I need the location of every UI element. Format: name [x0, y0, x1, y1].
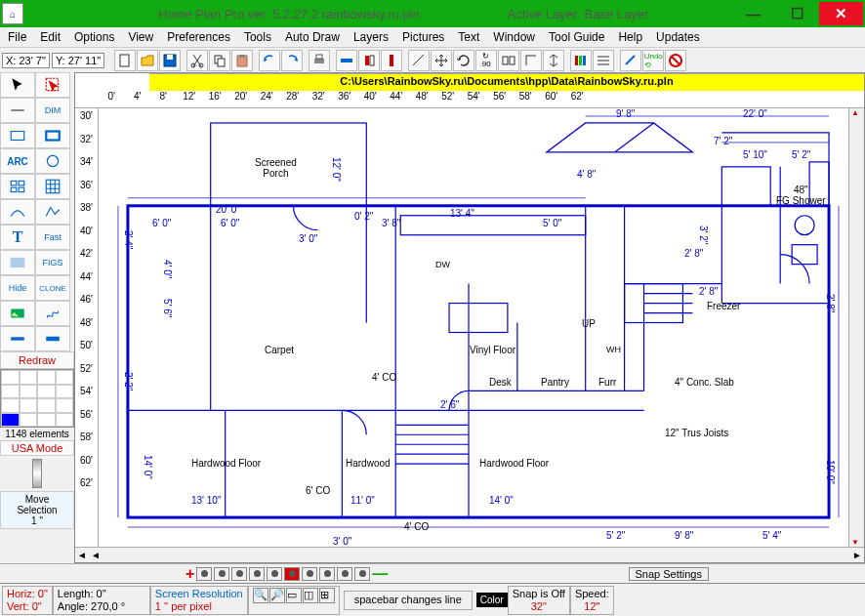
snap-plus[interactable]: +	[185, 565, 194, 583]
redraw-button[interactable]: Redraw	[0, 351, 74, 369]
tool-b[interactable]	[358, 50, 380, 71]
element-count: 1148 elements	[0, 428, 74, 440]
close-button[interactable]: ✕	[819, 2, 863, 25]
move-tool[interactable]	[431, 50, 452, 71]
horizontal-scrollbar[interactable]: ◄◄ ►	[75, 547, 864, 562]
menu-layers[interactable]: Layers	[353, 30, 389, 44]
cut-button[interactable]	[186, 50, 208, 71]
svg-point-3	[191, 63, 195, 67]
snap-10[interactable]	[354, 567, 370, 581]
snap-settings-button[interactable]: Snap Settings	[629, 567, 710, 581]
rotate-tool[interactable]	[453, 50, 474, 71]
text-tool[interactable]: T	[0, 225, 35, 250]
snap-8[interactable]	[319, 567, 335, 581]
menu-pictures[interactable]: Pictures	[402, 30, 444, 44]
snap-minus[interactable]: —	[372, 565, 388, 583]
grid-tool-b[interactable]	[35, 174, 70, 199]
open-button[interactable]	[137, 50, 158, 71]
polyline-tool[interactable]	[35, 199, 70, 225]
snap-9[interactable]	[337, 567, 352, 581]
dim-60b: 6' 0"	[221, 218, 239, 228]
menu-updates[interactable]: Updates	[656, 30, 700, 44]
circle-tool[interactable]	[35, 148, 70, 174]
grid-tool-a[interactable]	[0, 174, 35, 199]
dim-tool[interactable]: DIM	[35, 98, 70, 123]
menu-view[interactable]: View	[128, 30, 153, 44]
tool-f[interactable]	[520, 50, 542, 71]
fast-tool[interactable]: Fast	[35, 225, 70, 250]
vertical-scrollbar[interactable]	[848, 108, 864, 547]
maximize-button[interactable]: ☐	[775, 2, 819, 25]
menu-toolguide[interactable]: Tool Guide	[549, 30, 604, 44]
rect-tool[interactable]	[0, 123, 35, 148]
snap-4[interactable]	[249, 567, 265, 581]
zoom-out[interactable]: 🔎	[269, 588, 285, 603]
palette-tool[interactable]	[570, 50, 592, 71]
menu-window[interactable]: Window	[493, 30, 535, 44]
snap-3[interactable]	[231, 567, 247, 581]
scale-slider[interactable]	[32, 459, 42, 488]
paste-button[interactable]	[231, 50, 253, 71]
menu-edit[interactable]: Edit	[40, 30, 61, 44]
rotate90-tool[interactable]: ↻90	[475, 50, 497, 71]
zoom-in[interactable]: 🔍	[253, 588, 268, 603]
line-plain-tool[interactable]	[0, 326, 35, 351]
status-speed[interactable]: Speed: 12"	[570, 586, 614, 615]
floorplan-canvas[interactable]: Screened Porch Carpet Vinyl Floor Desk P…	[99, 108, 848, 547]
redo-button[interactable]	[281, 50, 303, 71]
color-button[interactable]: Color	[476, 593, 508, 607]
fill-tool[interactable]	[0, 250, 35, 275]
dim-28a: 2' 8"	[699, 286, 718, 297]
clone-tool[interactable]: CLONE	[35, 275, 70, 301]
menu-text[interactable]: Text	[458, 30, 479, 44]
snap-7[interactable]	[302, 567, 317, 581]
dim-30: 3' 0"	[299, 233, 317, 244]
tool-d[interactable]	[408, 50, 430, 71]
line-tool[interactable]	[0, 98, 35, 123]
image-tool[interactable]	[0, 301, 35, 326]
minimize-button[interactable]: ―	[731, 2, 775, 25]
copy-button[interactable]	[209, 50, 230, 71]
dim-140a: 14' 0"	[143, 455, 153, 479]
tool-g[interactable]	[543, 50, 564, 71]
dim-120: 12' 0"	[331, 157, 342, 182]
snap-2[interactable]	[214, 567, 229, 581]
select-arrow-tool[interactable]	[0, 72, 35, 98]
tool-e[interactable]	[498, 50, 519, 71]
menu-help[interactable]: Help	[618, 30, 642, 44]
tool-a[interactable]	[336, 50, 357, 71]
save-button[interactable]	[159, 50, 181, 71]
zoom-all[interactable]: ⊞	[319, 588, 335, 603]
line-style-tool[interactable]	[593, 50, 614, 71]
menu-autodraw[interactable]: Auto Draw	[285, 30, 340, 44]
select-box-tool[interactable]	[35, 72, 70, 98]
move-selection-button[interactable]: Move Selection 1 "	[0, 491, 74, 529]
rect-fill-tool[interactable]	[35, 123, 70, 148]
freehand-tool[interactable]	[35, 301, 70, 326]
tool-c[interactable]	[381, 50, 402, 71]
curve-tool[interactable]	[0, 199, 35, 225]
status-snap[interactable]: Snap is Off 32"	[508, 586, 570, 615]
hide-tool[interactable]: Hide	[0, 275, 35, 301]
menu-file[interactable]: File	[8, 30, 26, 44]
menu-tools[interactable]: Tools	[244, 30, 271, 44]
menu-options[interactable]: Options	[74, 30, 114, 44]
snap-6[interactable]	[284, 567, 300, 581]
arc-tool[interactable]: ARC	[0, 148, 35, 174]
snap-1[interactable]	[196, 567, 212, 581]
new-button[interactable]	[114, 50, 136, 71]
menu-preferences[interactable]: Preferences	[167, 30, 230, 44]
print-button[interactable]	[309, 50, 330, 71]
dim-98: 9' 8"	[616, 108, 635, 119]
zoom-fit[interactable]: ▭	[286, 588, 302, 603]
zoom-win[interactable]: ◫	[303, 588, 318, 603]
color-palette[interactable]	[0, 369, 74, 428]
undo-named[interactable]: Undo⟲	[642, 50, 664, 71]
snap-5[interactable]	[267, 567, 282, 581]
tool-h[interactable]	[620, 50, 641, 71]
undo-button[interactable]	[259, 50, 280, 71]
usa-mode-button[interactable]: USA Mode	[0, 440, 74, 456]
figs-tool[interactable]: FIGS	[35, 250, 70, 275]
wall-tool[interactable]	[35, 326, 70, 351]
no-entry-tool[interactable]	[665, 50, 686, 71]
